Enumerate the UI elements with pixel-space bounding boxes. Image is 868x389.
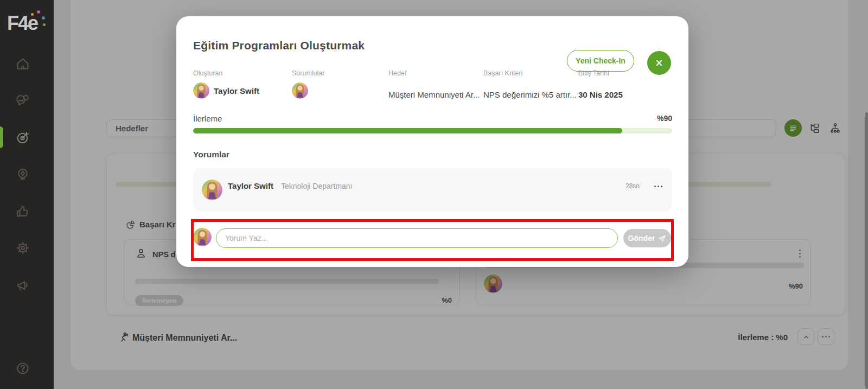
comment-time: 28sn	[626, 182, 640, 190]
comment-department: Teknoloji Departmanı	[281, 182, 353, 190]
due-date-value: 30 Nis 2025	[578, 90, 623, 99]
field-label: Başarı Kriteri	[483, 69, 522, 77]
goal-field-value: Müşteri Memnuniyeti Ar...	[388, 90, 480, 99]
field-label: Sorumlular	[292, 69, 324, 77]
avatar	[202, 180, 222, 200]
criteria-field-value: NPS değerimizi %5 artır...	[483, 90, 576, 99]
comment-item: Taylor Swift Teknoloji Departmanı 28sn	[193, 168, 672, 212]
close-button[interactable]	[647, 51, 671, 75]
field-label: Bitiş Tarihi	[578, 69, 609, 77]
scrollbar[interactable]	[865, 112, 868, 389]
field-label: Oluşturan	[193, 69, 222, 77]
send-icon	[658, 234, 666, 243]
sidebar-item-settings[interactable]	[15, 240, 30, 256]
sidebar-help[interactable]	[15, 361, 30, 376]
modal-title: Eğitim Programları Oluşturmak	[193, 39, 365, 52]
sidebar-item-goals[interactable]	[15, 130, 30, 145]
logo-dot-blue	[42, 16, 45, 20]
app-screen: Hedefler	[0, 0, 868, 389]
new-checkin-button[interactable]: Yeni Check-In	[567, 50, 634, 72]
comment-input[interactable]	[216, 228, 618, 248]
progress-label: İlerleme	[193, 114, 222, 123]
goal-detail-modal: Eğitim Programları Oluşturmak Yeni Check…	[176, 16, 688, 267]
send-label: Gönder	[628, 234, 655, 243]
avatar	[193, 82, 209, 99]
modal-progress-bar	[193, 128, 672, 133]
field-label: Hedef	[388, 69, 406, 77]
comments-heading: Yorumlar	[193, 150, 229, 160]
logo-dot-green	[43, 23, 46, 26]
sidebar-item-chat[interactable]	[15, 93, 30, 109]
sidebar-item-ideas[interactable]	[15, 167, 30, 182]
logo-dot-pink	[37, 10, 40, 14]
sidebar-item-home[interactable]	[15, 56, 30, 72]
send-comment-button[interactable]: Gönder	[623, 229, 671, 247]
progress-value: %90	[657, 114, 672, 123]
sidebar-item-announcements[interactable]	[15, 277, 30, 292]
comment-menu-button[interactable]	[654, 186, 662, 187]
app-logo[interactable]: F4e	[7, 12, 50, 37]
avatar	[292, 82, 308, 99]
sidebar: F4e	[0, 0, 54, 389]
logo-dot-yellow	[31, 13, 34, 16]
creator-name: Taylor Swift	[214, 86, 259, 95]
close-icon	[654, 58, 665, 68]
active-nav-indicator	[0, 126, 3, 148]
avatar	[193, 228, 212, 246]
modal-progress-fill	[193, 128, 622, 133]
comment-author: Taylor Swift	[228, 181, 273, 190]
sidebar-item-likes[interactable]	[15, 204, 30, 219]
